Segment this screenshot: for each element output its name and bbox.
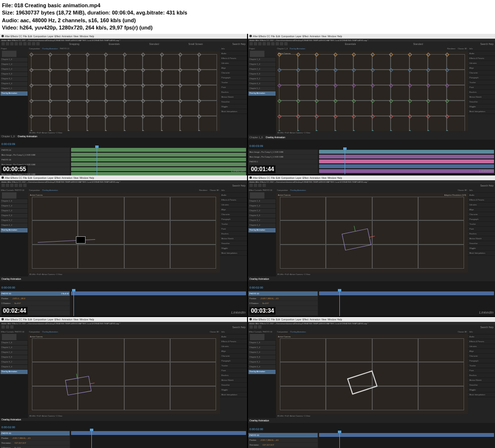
panel-audio[interactable]: Audio (220, 193, 247, 198)
panel-tracker[interactable]: Tracker (468, 222, 495, 227)
current-time[interactable]: 0:00:03:09 (1, 143, 15, 145)
menu-edit[interactable]: Edit (276, 318, 280, 321)
workspace-small[interactable]: Small Screen (189, 43, 203, 45)
project-item[interactable]: Chapter 1_4 (248, 62, 276, 67)
zoom-tool[interactable] (10, 325, 14, 329)
project-list[interactable]: Chapter 1_6 Chapter 1_4 Chapter 2_4 Chap… (248, 340, 276, 418)
menu-animation[interactable]: Animation (61, 35, 72, 38)
track-bar[interactable] (319, 164, 494, 168)
property-x-rotation[interactable]: X Rotation0x+0.0° (0, 301, 70, 305)
timeline-layer[interactable]: PHOTO 24 (0, 148, 70, 152)
project-item[interactable]: Chapter 5_1 (248, 87, 276, 91)
panel-libraries[interactable]: Libraries (220, 61, 247, 66)
panel-info[interactable]: Info (220, 46, 247, 51)
project-item[interactable]: Chapter 4_4 (0, 365, 28, 369)
project-item[interactable]: Chapter 3_2 (0, 77, 28, 81)
track-bar[interactable] (71, 291, 246, 295)
menu-window[interactable]: Window (79, 318, 88, 321)
menu-effect[interactable]: Effect (303, 318, 309, 321)
track-bar[interactable] (71, 148, 246, 152)
viewer-footer[interactable]: 85 kHz • Full • Active Camera • 1 View (28, 131, 220, 135)
panel-align[interactable]: Align (468, 207, 495, 212)
timeline-tracks[interactable] (318, 291, 495, 316)
menu-layer[interactable]: Layer (47, 176, 54, 179)
track-bar[interactable] (319, 150, 494, 154)
menu-help[interactable]: Help (89, 35, 94, 38)
track-bar[interactable] (319, 159, 494, 163)
project-item[interactable]: Chapter 3_0 (248, 214, 276, 218)
menu-layer[interactable]: Layer (47, 35, 54, 38)
viewer-footer[interactable]: 85 kHz • Full • Active Camera • 1 View (276, 273, 468, 276)
project-item[interactable]: Chapter 3_0 (248, 72, 276, 76)
panel-smoother[interactable]: Smoother (220, 383, 247, 388)
project-item[interactable]: Chapter 4_4 (248, 365, 276, 369)
current-time[interactable]: 0:00:03:09 (249, 145, 263, 147)
project-item[interactable]: Chapter 2_4 (248, 209, 276, 213)
project-item[interactable]: Chapter 1_4 (0, 204, 28, 208)
panel-paragraph[interactable]: Paragraph (468, 217, 495, 222)
menu-composition[interactable]: Composition (281, 35, 294, 38)
panel-wiggler[interactable]: Wiggler (468, 104, 495, 109)
search-help[interactable]: Search Help (480, 43, 494, 45)
panel-motion-sketch[interactable]: Motion Sketch (468, 95, 495, 100)
property-position[interactable]: Position-1425.4,...,86.0 (0, 296, 70, 301)
composition-viewer[interactable]: Active Camera (28, 334, 220, 414)
current-time[interactable]: 0:00:02:00 (249, 428, 263, 431)
timeline-tab-active[interactable]: Overlay Animation (1, 277, 21, 280)
timeline-tab-active[interactable]: Overlay Animation (249, 277, 269, 280)
panel-wiggler[interactable]: Wiggler (220, 104, 247, 109)
timeline-layer[interactable]: Main Image - Pre Comp 5_5 1920 1080 (0, 153, 70, 157)
menu-window[interactable]: Window (79, 176, 88, 179)
panel-align[interactable]: Align (468, 349, 495, 354)
pan-tool[interactable] (23, 42, 27, 45)
panel-audio[interactable]: Audio (468, 193, 495, 198)
panel-audio[interactable]: Audio (468, 51, 495, 56)
search-help[interactable]: Search Help (232, 184, 246, 187)
menu-composition[interactable]: Composition (33, 318, 46, 321)
project-item[interactable]: Chapter 4_4 (248, 82, 276, 86)
project-item[interactable]: Chapter 1_6 (0, 199, 28, 203)
panel-motion-sketch[interactable]: Motion Sketch (468, 378, 495, 383)
text-tool[interactable] (36, 42, 40, 45)
property-orientation[interactable]: Orientation0.0°,0.0°,0.0° (0, 441, 70, 445)
project-item[interactable]: Chapter 1_6 (248, 341, 276, 345)
menu-layer[interactable]: Layer (295, 318, 302, 321)
panel-audio[interactable]: Audio (468, 334, 495, 339)
menu-view[interactable]: View (73, 176, 79, 179)
panel-align[interactable]: Align (220, 207, 247, 212)
panel-effects[interactable]: Effects & Presets (468, 56, 495, 61)
current-time[interactable]: 0:00:02:00 (249, 286, 263, 289)
project-list[interactable]: Chapter 1_6 Chapter 1_4 Chapter 2_4 Chap… (0, 199, 28, 276)
hand-tool[interactable] (6, 325, 9, 329)
zoom-tool[interactable] (10, 42, 14, 45)
panel-brushes[interactable]: Brushes (220, 90, 247, 95)
panel-info[interactable]: Info (220, 330, 247, 334)
menu-animation[interactable]: Animation (309, 176, 320, 179)
timeline-layer[interactable]: PHOTO 18 (0, 158, 70, 162)
panel-character[interactable]: Character (220, 354, 247, 359)
current-time[interactable]: 0:00:00:00 (1, 286, 15, 289)
text-tool[interactable] (284, 42, 288, 45)
hand-tool[interactable] (254, 42, 257, 45)
panel-motion-sketch[interactable]: Motion Sketch (220, 236, 247, 241)
comp-name[interactable]: Overlay Animation (42, 331, 58, 333)
panel-effects[interactable]: Effects & Presets (220, 198, 247, 202)
panel-libraries[interactable]: Libraries (468, 202, 495, 207)
menu-effect[interactable]: Effect (55, 176, 61, 179)
playhead[interactable] (339, 433, 340, 448)
rotate-tool[interactable] (262, 184, 266, 187)
property-x-rotation[interactable]: X Rotation0x+0.0° (248, 301, 318, 305)
project-item[interactable]: Chapter 4_4 (0, 223, 28, 228)
project-item[interactable]: Chapter 3_0 (0, 214, 28, 218)
renderer-value[interactable]: Classic 3D (210, 331, 219, 333)
timeline-tracks[interactable] (70, 431, 247, 448)
project-item[interactable]: Chapter 2_4 (248, 350, 276, 355)
project-item[interactable]: Chapter 1_4 (0, 346, 28, 350)
project-item[interactable]: Chapter 4_4 (0, 82, 28, 86)
zoom-tool[interactable] (258, 42, 262, 45)
menu-composition[interactable]: Composition (281, 176, 294, 179)
renderer-value[interactable]: Classic 3D (458, 47, 467, 50)
panel-wiggler[interactable]: Wiggler (220, 388, 247, 392)
panel-effects[interactable]: Effects & Presets (220, 56, 247, 61)
project-item-selected[interactable]: Overlay Animation (0, 228, 28, 232)
